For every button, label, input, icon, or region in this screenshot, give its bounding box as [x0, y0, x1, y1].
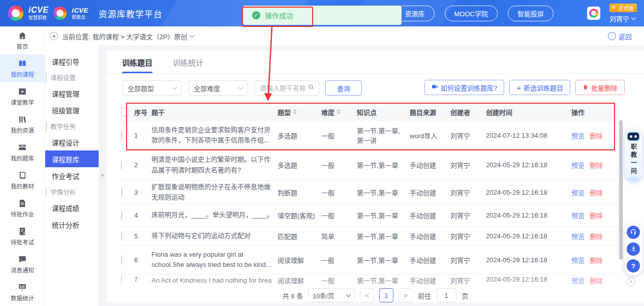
column-header-2[interactable]: 题型: [278, 107, 321, 117]
tab-training-statistics[interactable]: 训练统计: [173, 51, 203, 73]
row-checkbox[interactable]: [121, 188, 122, 197]
cell-num: 4: [134, 211, 138, 219]
row-checkbox[interactable]: [121, 275, 122, 284]
download-button[interactable]: [627, 242, 640, 256]
cell-creator: 刘宵宁: [450, 233, 470, 240]
sidebar-item-homework[interactable]: 待批作业: [0, 194, 45, 222]
stem-search-input[interactable]: [259, 84, 306, 93]
back-button[interactable]: ← 返回: [608, 32, 632, 41]
course-menu-item-5[interactable]: 课程设计: [45, 134, 99, 150]
row-checkbox[interactable]: [121, 232, 122, 240]
current-page[interactable]: 1: [379, 288, 393, 302]
cell-type: 阅读理解: [278, 257, 304, 264]
row-checkbox[interactable]: [121, 161, 122, 169]
sort-caret-icon[interactable]: [336, 107, 341, 116]
cell-stem: An Act of Kindness I had nothing for bre…: [151, 276, 273, 285]
cell-num: 3: [134, 189, 138, 196]
preview-link[interactable]: 预览: [571, 189, 585, 197]
textbook-icon: [18, 171, 27, 180]
next-page-button[interactable]: >: [398, 288, 413, 302]
difficulty-select[interactable]: 全部难度: [188, 80, 248, 96]
column-header-3[interactable]: 难度: [321, 107, 357, 117]
delete-link[interactable]: 删除: [590, 257, 603, 264]
course-menu-item-10[interactable]: 统计分析: [45, 216, 99, 233]
table-row: 4床前明月光，____。举头望明月，____。填空题(客观)一般第一节,第一章手…: [121, 204, 618, 227]
query-button[interactable]: 查询: [325, 80, 362, 96]
sidebar-item-course[interactable]: 我的课程: [0, 54, 45, 82]
cell-difficulty: 一般: [321, 162, 334, 169]
row-checkbox[interactable]: [121, 211, 122, 220]
cell-difficulty: 一般: [321, 189, 334, 197]
collapse-menu-button[interactable]: «: [99, 165, 106, 185]
course-menu-item-7[interactable]: 作业考试: [45, 167, 99, 184]
sidebar-item-message[interactable]: 消息通知: [0, 250, 45, 278]
sidebar-item-question-bank[interactable]: 我的题库: [0, 138, 45, 166]
medal-icon: [611, 5, 617, 11]
add-training-questions-button[interactable]: + 新选训练题目: [509, 80, 570, 95]
cell-num: 7: [134, 276, 138, 283]
course-menu-item-9[interactable]: 课程成绩: [45, 199, 99, 216]
chevron-down-icon: [346, 292, 351, 297]
course-menu-item-6[interactable]: 课程题库: [45, 150, 99, 167]
sort-caret-icon[interactable]: [293, 107, 297, 116]
preview-link[interactable]: 预览: [571, 132, 585, 140]
sidebar-item-label: 待批考试: [11, 238, 34, 246]
preview-link[interactable]: 预览: [571, 212, 585, 220]
sidebar-item-exam[interactable]: 待批考试: [0, 222, 45, 250]
homework-icon: [18, 199, 27, 208]
breadcrumb-path[interactable]: 我的课程 > 大学语文（2P）原创: [93, 32, 194, 41]
cell-created: 2024-05-29 12:16:18: [486, 211, 547, 219]
sidebar-item-textbook[interactable]: 我的教材: [0, 166, 45, 194]
delete-link[interactable]: 删除: [590, 162, 603, 169]
course-menu-item-0[interactable]: 课程引导: [45, 53, 99, 70]
ai-assistant-widget[interactable]: 职教一问: [625, 129, 642, 181]
batch-delete-button[interactable]: 批量删除: [575, 80, 625, 95]
row-checkbox[interactable]: [121, 256, 122, 264]
goto-page-input[interactable]: [436, 288, 456, 302]
brand-secondary-tagline: 职教云: [72, 15, 88, 20]
cell-source: 手动创建: [410, 277, 436, 285]
delete-link[interactable]: 删除: [590, 132, 603, 140]
customer-service-button[interactable]: [627, 226, 640, 239]
chevron-down-icon: [190, 33, 195, 38]
delete-link[interactable]: 删除: [590, 277, 603, 285]
sidebar-item-classroom[interactable]: 课堂教学: [0, 82, 45, 110]
tab-training-questions[interactable]: 训练题目: [122, 51, 152, 73]
question-type-select[interactable]: 全部题型: [122, 80, 182, 96]
select-all-checkbox[interactable]: [121, 108, 129, 116]
user-menu[interactable]: 刘宵宁: [609, 14, 635, 23]
vertical-scrollbar[interactable]: [619, 120, 623, 260]
row-checkbox[interactable]: [121, 131, 122, 140]
cloud-decoration: [628, 177, 639, 181]
preview-link[interactable]: 预览: [571, 233, 585, 240]
delete-link[interactable]: 删除: [590, 189, 603, 197]
headset-icon: [630, 228, 637, 237]
course-icon: [18, 59, 27, 68]
course-menu-item-2[interactable]: 课程管理: [45, 85, 99, 102]
howto-set-bank-button[interactable]: 如何设置训练题库?: [424, 80, 504, 95]
cell-source: 手动创建: [410, 189, 436, 197]
column-header-6: 创建者: [450, 107, 486, 117]
close-floating-button[interactable]: ×: [627, 278, 635, 286]
avatar[interactable]: [587, 7, 600, 20]
sidebar-item-resource[interactable]: 我的资源: [0, 110, 45, 138]
table-header: 序号题干题型难度知识点题目来源创建者创建时间操作: [121, 102, 618, 121]
preview-link[interactable]: 预览: [571, 277, 585, 285]
cell-knowledge: 第一节,第一章: [357, 277, 398, 285]
tabs-bar: 训练题目 训练统计: [107, 51, 644, 74]
sidebar-item-stats[interactable]: 数据统计: [0, 278, 45, 306]
prev-page-button[interactable]: <: [360, 288, 374, 302]
cell-stem: 明清是中国小说史上的繁荣时期。以下作品属于明清时期四大名著的有?: [151, 155, 273, 175]
course-menu-item-3[interactable]: 班级管理: [45, 102, 99, 118]
sidebar-item-home[interactable]: 首页: [0, 26, 45, 54]
help-button[interactable]: ?: [627, 259, 640, 272]
delete-link[interactable]: 删除: [590, 233, 603, 240]
sidebar-item-label: 消息通知: [11, 266, 34, 274]
delete-link[interactable]: 删除: [590, 212, 603, 220]
preview-link[interactable]: 预览: [571, 162, 585, 169]
cell-creator: 刘宵宁: [450, 189, 470, 197]
nav-button-1[interactable]: MOOC学院: [445, 6, 498, 21]
page-size-select[interactable]: 10条/页: [308, 288, 355, 302]
preview-link[interactable]: 预览: [571, 257, 585, 264]
nav-button-2[interactable]: 智能投屏: [508, 6, 554, 21]
